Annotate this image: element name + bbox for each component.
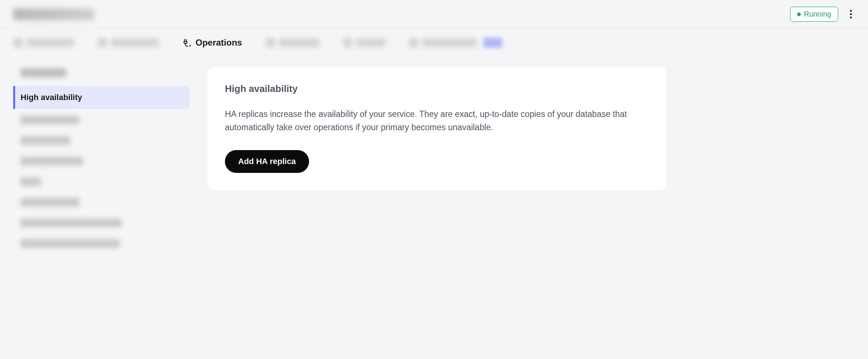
status-badge: Running xyxy=(790,7,838,22)
header-actions: Running xyxy=(790,7,855,22)
sidebar-label-blurred xyxy=(21,198,79,207)
sidebar-label-blurred xyxy=(21,136,70,145)
kebab-dot-icon xyxy=(850,17,852,18)
sidebar-item-blurred-6[interactable] xyxy=(13,213,190,232)
sidebar-label-blurred xyxy=(21,115,79,124)
sidebar-label-blurred xyxy=(21,157,83,166)
page-header: Running xyxy=(0,0,868,29)
card-description: HA replicas increase the availability of… xyxy=(225,108,649,134)
tab-icon-blurred xyxy=(409,38,419,47)
tab-icon-blurred xyxy=(13,38,23,47)
plug-icon xyxy=(182,38,192,47)
tab-item-blurred-2[interactable] xyxy=(98,38,159,47)
card-title: High availability xyxy=(225,83,649,95)
page-body: High availability High availability HA r… xyxy=(0,57,868,268)
sidebar-item-blurred-4[interactable] xyxy=(13,172,190,191)
tab-icon-blurred xyxy=(266,38,275,47)
tab-label-blurred xyxy=(26,38,74,47)
tab-label-blurred xyxy=(111,38,159,47)
sidebar-section-header-blurred xyxy=(21,68,66,77)
tab-item-blurred-3[interactable] xyxy=(266,38,319,47)
sidebar-item-blurred-2[interactable] xyxy=(13,131,190,150)
sidebar-item-label: High availability xyxy=(21,93,82,102)
tab-label-blurred xyxy=(279,38,319,47)
kebab-dot-icon xyxy=(850,10,852,12)
sidebar-item-blurred-5[interactable] xyxy=(13,193,190,212)
sidebar-item-blurred-3[interactable] xyxy=(13,152,190,171)
page-title-blurred xyxy=(13,8,94,20)
tab-item-blurred-5[interactable] xyxy=(409,38,502,48)
status-label: Running xyxy=(804,10,831,18)
tab-badge-blurred xyxy=(483,38,502,48)
sidebar-item-blurred-7[interactable] xyxy=(13,234,190,253)
status-dot-icon xyxy=(797,13,801,16)
tab-bar: Operations xyxy=(0,29,868,57)
sidebar: High availability xyxy=(13,57,190,255)
tab-label: Operations xyxy=(196,38,242,48)
tab-icon-blurred xyxy=(343,38,352,47)
sidebar-label-blurred xyxy=(21,218,122,227)
tab-label-blurred xyxy=(356,38,385,47)
sidebar-item-high-availability[interactable]: High availability xyxy=(13,86,190,109)
sidebar-item-blurred-1[interactable] xyxy=(13,110,190,129)
high-availability-card: High availability HA replicas increase t… xyxy=(207,67,667,191)
tab-label-blurred xyxy=(422,38,477,47)
tab-item-blurred-4[interactable] xyxy=(343,38,385,47)
tab-icon-blurred xyxy=(98,38,107,47)
tab-operations[interactable]: Operations xyxy=(182,38,242,48)
kebab-dot-icon xyxy=(850,13,852,15)
sidebar-label-blurred xyxy=(21,177,41,186)
tab-item-blurred-1[interactable] xyxy=(13,38,74,47)
content-area: High availability HA replicas increase t… xyxy=(207,57,855,255)
add-ha-replica-button[interactable]: Add HA replica xyxy=(225,150,309,173)
more-menu-button[interactable] xyxy=(847,7,855,21)
sidebar-label-blurred xyxy=(21,239,120,248)
